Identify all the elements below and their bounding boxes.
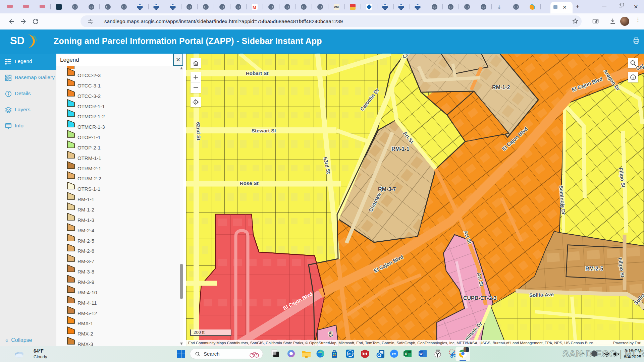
svg-text:DELL: DELL [347,353,354,356]
svg-text:zm: zm [392,352,396,356]
svg-text:X: X [405,352,407,356]
svg-text:W: W [419,352,423,356]
